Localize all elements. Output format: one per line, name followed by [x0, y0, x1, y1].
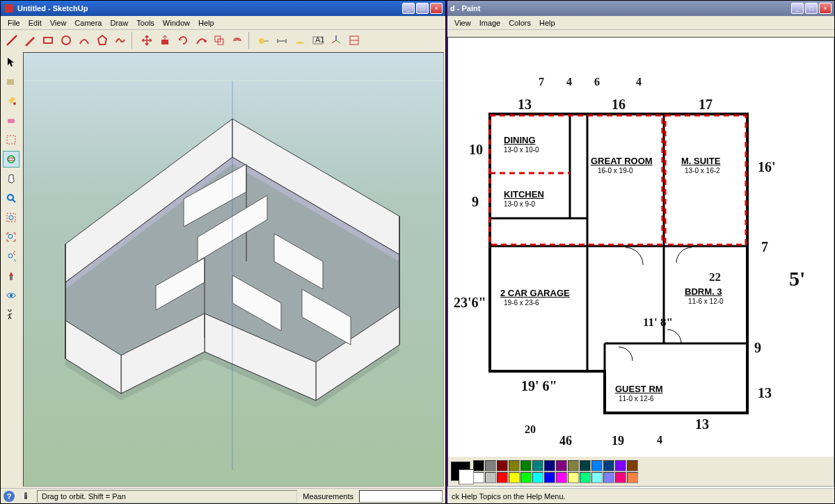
help-icon[interactable]: ?: [3, 491, 15, 502]
label-garage: 2 CAR GARAGE: [500, 288, 570, 298]
pushpull-tool-icon[interactable]: [157, 32, 173, 49]
svg-point-9: [259, 38, 264, 44]
menu-tools[interactable]: Tools: [132, 17, 159, 29]
svg-point-25: [8, 254, 13, 258]
sketchup-viewport[interactable]: [23, 52, 444, 487]
look-around-icon[interactable]: [3, 287, 19, 304]
followme-tool-icon[interactable]: [193, 32, 209, 49]
menu-view[interactable]: View: [46, 17, 71, 29]
arc-tool-icon[interactable]: [76, 32, 93, 49]
palette-swatch[interactable]: [591, 472, 603, 483]
palette-swatch[interactable]: [580, 472, 591, 483]
position-camera-icon[interactable]: [3, 268, 19, 284]
menu-edit[interactable]: Edit: [24, 17, 46, 29]
section-tool-icon[interactable]: [346, 32, 363, 49]
paintbucket-tool-icon[interactable]: [3, 92, 19, 109]
menu-draw[interactable]: Draw: [106, 17, 132, 29]
close-button[interactable]: ×: [819, 3, 832, 14]
palette-swatch[interactable]: [591, 460, 603, 471]
walk-tool-icon[interactable]: [3, 307, 19, 323]
sketchup-logo-icon: [3, 3, 15, 14]
text-tool-icon[interactable]: A1: [310, 32, 326, 49]
palette-swatch[interactable]: [509, 460, 520, 471]
palette-swatch[interactable]: [615, 460, 626, 471]
sketchup-titlebar[interactable]: Untitled - SketchUp _ □ ×: [1, 1, 445, 16]
dim-msuite: 13-0 x 16-2: [685, 167, 720, 174]
palette-swatch[interactable]: [473, 472, 484, 483]
rotate-tool-icon[interactable]: [175, 32, 191, 49]
freehand-tool-icon[interactable]: [112, 32, 129, 49]
menu-view[interactable]: View: [450, 17, 475, 29]
palette-swatch[interactable]: [497, 460, 508, 471]
current-color-swatch[interactable]: [451, 462, 470, 481]
eraser-tool-icon[interactable]: [3, 112, 19, 129]
pencil-tool-icon[interactable]: [22, 32, 38, 49]
palette-swatch[interactable]: [485, 460, 496, 471]
select-region-icon[interactable]: [3, 131, 19, 148]
label-kitchen: KITCHEN: [504, 189, 544, 200]
scale-tool-icon[interactable]: [211, 32, 228, 49]
menu-help[interactable]: Help: [535, 17, 559, 29]
minimize-button[interactable]: _: [402, 3, 415, 14]
label-bdrm3: BDRM. 3: [685, 286, 722, 297]
palette-swatch[interactable]: [568, 460, 579, 471]
palette-swatch[interactable]: [485, 472, 496, 483]
zoom-extents-icon[interactable]: [3, 229, 19, 245]
dimension-tool-icon[interactable]: [273, 32, 290, 49]
palette-swatch[interactable]: [532, 460, 543, 471]
palette-swatch[interactable]: [580, 460, 591, 471]
offset-tool-icon[interactable]: [229, 32, 246, 49]
svg-point-18: [8, 156, 15, 163]
zoom-window-icon[interactable]: [3, 209, 19, 226]
palette-swatch[interactable]: [497, 472, 508, 483]
rectangle-tool-icon[interactable]: [40, 32, 56, 49]
palette-swatch[interactable]: [520, 460, 532, 471]
palette-swatch[interactable]: [627, 472, 638, 483]
palette-swatch[interactable]: [627, 460, 638, 471]
menu-image[interactable]: Image: [475, 17, 505, 29]
palette-swatch[interactable]: [568, 472, 579, 483]
menu-colors[interactable]: Colors: [504, 17, 535, 29]
palette-swatch[interactable]: [520, 472, 532, 483]
protractor-tool-icon[interactable]: [292, 32, 308, 49]
paint-canvas[interactable]: DINING 13-0 x 10-0 KITCHEN 13-0 x 9-0 GR…: [448, 38, 834, 457]
maximize-button[interactable]: □: [416, 3, 429, 14]
palette-swatch[interactable]: [603, 472, 614, 483]
line-tool-icon[interactable]: [3, 32, 20, 49]
palette-swatch[interactable]: [473, 460, 484, 471]
pan-tool-icon[interactable]: [3, 170, 19, 187]
axes-tool-icon[interactable]: [328, 32, 344, 49]
svg-rect-14: [7, 79, 14, 85]
palette-swatch[interactable]: [532, 472, 543, 483]
hw-mid-22: 22: [709, 270, 721, 284]
palette-swatch[interactable]: [556, 460, 567, 471]
orbit-tool-icon[interactable]: [3, 151, 19, 168]
measurements-input[interactable]: [359, 490, 443, 503]
menu-camera[interactable]: Camera: [70, 17, 106, 29]
circle-tool-icon[interactable]: [58, 32, 74, 49]
component-tool-icon[interactable]: [3, 73, 19, 90]
man-icon[interactable]: [20, 491, 31, 502]
hw-left-10: 10: [469, 142, 483, 158]
palette-swatch[interactable]: [603, 460, 614, 471]
hw-top-13: 13: [518, 97, 532, 113]
maximize-button[interactable]: □: [805, 3, 818, 14]
palette-swatch[interactable]: [544, 460, 555, 471]
zoom-tool-icon[interactable]: [3, 190, 19, 206]
minimize-button[interactable]: _: [791, 3, 804, 14]
palette-swatch[interactable]: [544, 472, 555, 483]
previous-view-icon[interactable]: [3, 248, 19, 265]
svg-point-23: [9, 216, 13, 220]
palette-swatch[interactable]: [509, 472, 520, 483]
paint-titlebar[interactable]: d - Paint _ □ ×: [447, 1, 834, 16]
tape-tool-icon[interactable]: [255, 32, 272, 49]
move-tool-icon[interactable]: [138, 32, 155, 49]
menu-help[interactable]: Help: [194, 17, 218, 29]
polygon-tool-icon[interactable]: [94, 32, 111, 49]
menu-file[interactable]: File: [3, 17, 24, 29]
menu-window[interactable]: Window: [159, 17, 194, 29]
select-tool-icon[interactable]: [3, 54, 19, 70]
close-button[interactable]: ×: [430, 3, 443, 14]
palette-swatch[interactable]: [615, 472, 626, 483]
palette-swatch[interactable]: [556, 472, 567, 483]
